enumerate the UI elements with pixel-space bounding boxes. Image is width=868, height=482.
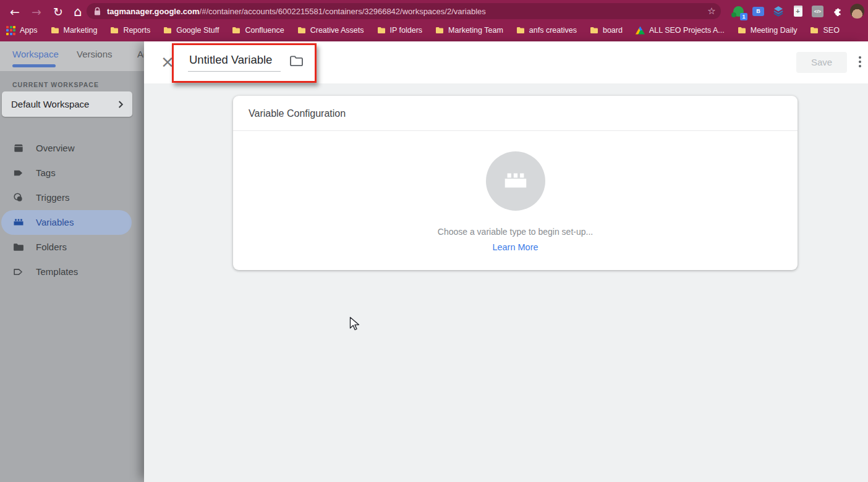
folder-icon [516, 27, 525, 34]
bookmarks-bar: Apps Marketing Reports Google Stuff Conf… [6, 23, 840, 38]
overview-icon [12, 142, 25, 154]
variable-type-placeholder-circle[interactable] [486, 151, 545, 211]
folder-icon [590, 27, 598, 34]
folders-icon [12, 241, 25, 253]
extension-badge: 1 [740, 13, 747, 20]
folder-icon [51, 27, 59, 34]
bookmark-ip-folders[interactable]: IP folders [377, 26, 423, 35]
extension-tag-icon[interactable]: B [751, 4, 765, 19]
brick-icon [501, 167, 530, 195]
sidebar-item-tags[interactable]: Tags [0, 161, 144, 185]
workspace-name: Default Workspace [11, 99, 114, 109]
tab-workspace[interactable]: Workspace [12, 49, 59, 59]
folder-icon [232, 27, 240, 34]
triggers-icon [12, 192, 25, 204]
forward-icon[interactable]: → [28, 4, 45, 20]
back-icon[interactable]: ← [7, 4, 23, 20]
bookmark-label: board [603, 26, 623, 35]
tab-versions[interactable]: Versions [77, 49, 113, 59]
extension-chat-icon[interactable]: 1 [731, 4, 746, 19]
extension-row: 1 B + </> [731, 2, 864, 20]
annotation-red-box [172, 43, 317, 83]
bookmark-label: Google Stuff [176, 26, 219, 35]
extension-layers-icon[interactable] [771, 4, 785, 19]
reload-icon[interactable]: ↻ [50, 4, 66, 20]
bookmark-marketing[interactable]: Marketing [51, 26, 98, 35]
extension-doc-icon[interactable]: + [791, 4, 805, 19]
bookmark-label: Marketing [64, 26, 98, 35]
more-menu-icon[interactable] [854, 55, 866, 71]
folder-icon [738, 27, 746, 34]
code-glyph: </> [812, 6, 823, 17]
home-icon[interactable]: ⌂ [70, 4, 86, 20]
card-title: Variable Configuration [233, 96, 798, 131]
variable-configuration-card: Variable Configuration Choose a variable… [233, 96, 798, 270]
sidebar-item-label: Templates [36, 260, 78, 284]
folder-icon [297, 27, 306, 34]
avatar-photo [850, 4, 864, 19]
profile-avatar[interactable] [850, 4, 864, 19]
bookmark-label: anfs creatives [529, 26, 577, 35]
bookmark-label: Apps [20, 26, 38, 35]
bookmark-label: ALL SEO Projects A... [649, 26, 725, 35]
bookmark-label: IP folders [390, 26, 423, 35]
bookmark-label: Meeting Daily [751, 26, 798, 35]
bookmark-apps[interactable]: Apps [6, 26, 38, 35]
extensions-puzzle-icon[interactable] [830, 4, 845, 19]
folder-icon [435, 27, 444, 34]
url-bar[interactable]: tagmanager.google.com/#/container/accoun… [87, 3, 721, 19]
url-text: tagmanager.google.com/#/container/accoun… [107, 7, 702, 16]
bookmark-star-icon[interactable]: ☆ [702, 6, 721, 17]
apps-grid-icon [6, 26, 15, 35]
variables-icon [12, 216, 25, 229]
workspace-selector[interactable]: Default Workspace [2, 91, 132, 117]
sidebar-item-label: Overview [36, 136, 75, 161]
layers-icon [772, 5, 785, 17]
folder-icon [377, 27, 386, 34]
save-button[interactable]: Save [796, 52, 847, 73]
lock-icon [93, 7, 101, 16]
current-workspace-label: CURRENT WORKSPACE [12, 81, 99, 88]
sidebar-item-label: Folders [36, 235, 67, 260]
browser-toolbar: ← → ↻ ⌂ tagmanager.google.com/#/containe… [0, 0, 868, 41]
bookmark-google-stuff[interactable]: Google Stuff [163, 26, 219, 35]
sidebar-item-templates[interactable]: Templates [0, 260, 144, 284]
active-tab-underline [12, 64, 56, 67]
bookmark-board[interactable]: board [590, 26, 623, 35]
folder-icon [163, 27, 172, 34]
card-body[interactable]: Choose a variable type to begin set-up..… [233, 131, 798, 252]
sidebar-item-triggers[interactable]: Triggers [0, 185, 144, 210]
bookmark-marketing-team[interactable]: Marketing Team [435, 26, 503, 35]
bookmark-all-seo-projects[interactable]: ALL SEO Projects A... [636, 26, 725, 35]
url-path: /#/container/accounts/6002215581/contain… [200, 7, 486, 16]
bookmark-seo[interactable]: SEO [810, 26, 839, 35]
bookmark-label: SEO [823, 26, 839, 35]
bookmark-reports[interactable]: Reports [110, 26, 150, 35]
gtm-variable-editor-screen: { "browser": { "url": { "host": "tagmana… [0, 0, 868, 482]
sidebar-item-label: Triggers [36, 185, 69, 210]
tab-admin[interactable]: Admin [137, 49, 144, 59]
bookmark-label: Creative Assets [310, 26, 364, 35]
bookmark-label: Reports [123, 26, 150, 35]
mouse-cursor [349, 316, 363, 332]
sidebar-item-overview[interactable]: Overview [0, 136, 144, 161]
bookmark-meeting-daily[interactable]: Meeting Daily [738, 26, 798, 35]
learn-more-link[interactable]: Learn More [492, 242, 538, 252]
variable-editor-panel: × Untitled Variable Save Variable Config… [144, 41, 868, 482]
sidebar-item-label: Variables [36, 210, 74, 235]
folder-icon [110, 27, 119, 34]
bookmark-creative-assets[interactable]: Creative Assets [297, 26, 364, 35]
empty-state-text: Choose a variable type to begin set-up..… [438, 227, 593, 237]
extension-code-icon[interactable]: </> [811, 4, 825, 19]
bookmark-label: Marketing Team [448, 26, 503, 35]
sidebar-nav: Overview Tags Triggers Variables [0, 136, 144, 284]
doc-plus-icon: + [794, 6, 802, 17]
tag-glyph: B [752, 7, 764, 16]
url-host: tagmanager.google.com [107, 7, 200, 16]
sidebar-item-label: Tags [36, 161, 56, 185]
chevron-right-icon [114, 98, 127, 111]
bookmark-anfs-creatives[interactable]: anfs creatives [516, 26, 577, 35]
sidebar-item-variables[interactable]: Variables [0, 210, 144, 235]
sidebar-item-folders[interactable]: Folders [0, 235, 144, 260]
bookmark-confluence[interactable]: Confluence [232, 26, 284, 35]
